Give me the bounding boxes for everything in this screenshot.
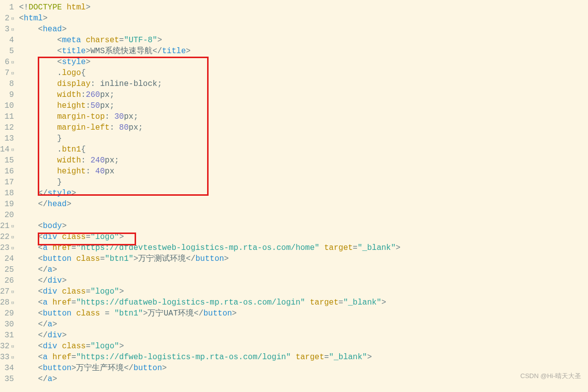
code-line[interactable]: <style> [19, 57, 588, 68]
code-editor-content[interactable]: <!DOCTYPE html><html> <head> <meta chars… [16, 0, 588, 385]
line-number: 28⊟ [0, 297, 14, 308]
line-number: 34 [0, 363, 14, 374]
code-line[interactable]: display: inline-block; [19, 78, 588, 89]
line-number: 14⊟ [0, 144, 14, 155]
fold-toggle-icon[interactable]: ⊟ [10, 243, 14, 254]
line-number: 23⊟ [0, 242, 14, 253]
code-line[interactable]: <div class="logo"> [19, 232, 588, 242]
line-number: 35 [0, 374, 14, 385]
code-line[interactable]: <a href="https://dfdevtestweb-logistics-… [19, 242, 588, 253]
code-line[interactable]: </head> [19, 199, 588, 210]
line-number: 18 [0, 188, 14, 199]
line-number: 6⊟ [0, 57, 14, 68]
line-number: 9 [0, 89, 14, 100]
line-number: 20 [0, 210, 14, 221]
code-line[interactable]: } [19, 177, 588, 188]
code-line[interactable]: .logo{ [19, 68, 588, 78]
line-number: 13 [0, 133, 14, 144]
code-line[interactable]: <div class="logo"> [19, 341, 588, 352]
fold-toggle-icon[interactable]: ⊟ [10, 221, 14, 232]
fold-toggle-icon[interactable]: ⊟ [10, 341, 14, 352]
watermark: CSDN @Hi-晴天大圣 [520, 371, 581, 382]
fold-toggle-icon[interactable]: ⊟ [10, 24, 14, 35]
code-line[interactable]: <title>WMS系统快速导航</title> [19, 46, 588, 57]
line-number: 4 [0, 35, 14, 46]
line-number: 12 [0, 122, 14, 133]
code-line[interactable]: width: 240px; [19, 155, 588, 166]
line-number: 15 [0, 155, 14, 166]
line-number: 1 [0, 2, 14, 13]
line-number: 5 [0, 46, 14, 57]
fold-toggle-icon[interactable]: ⊟ [10, 145, 14, 156]
code-line[interactable] [19, 210, 588, 221]
line-number: 10 [0, 100, 14, 111]
line-number: 32⊟ [0, 341, 14, 352]
line-number: 33⊟ [0, 352, 14, 363]
code-line[interactable]: </a> [19, 264, 588, 275]
code-line[interactable]: } [19, 133, 588, 144]
code-line[interactable]: height: 40px [19, 166, 588, 177]
line-number: 19 [0, 199, 14, 210]
fold-toggle-icon[interactable]: ⊟ [10, 298, 14, 309]
code-line[interactable]: <meta charset="UTF-8"> [19, 35, 588, 46]
fold-toggle-icon[interactable]: ⊟ [10, 232, 14, 243]
line-number: 2⊟ [0, 13, 14, 24]
line-number: 17 [0, 177, 14, 188]
code-line[interactable]: height:50px; [19, 100, 588, 111]
code-line[interactable]: <button class = "btn1">万宁UAT环境</button> [19, 308, 588, 319]
code-line[interactable]: </div> [19, 275, 588, 286]
line-number: 30 [0, 319, 14, 330]
line-number: 7⊟ [0, 68, 14, 78]
fold-toggle-icon[interactable]: ⊟ [10, 68, 14, 79]
code-line[interactable]: margin-top: 30px; [19, 111, 588, 122]
fold-toggle-icon[interactable]: ⊟ [10, 57, 14, 68]
line-number: 29 [0, 308, 14, 319]
line-number: 11 [0, 111, 14, 122]
code-line[interactable]: <!DOCTYPE html> [19, 2, 588, 13]
code-line[interactable]: </style> [19, 188, 588, 199]
code-line[interactable]: <button class="btn1">万宁测试环境</button> [19, 253, 588, 264]
line-number: 31 [0, 330, 14, 341]
line-number: 22⊟ [0, 232, 14, 242]
line-number: 3⊟ [0, 24, 14, 35]
line-number: 25 [0, 264, 14, 275]
line-number-gutter: 12⊟3⊟456⊟7⊟891011121314⊟15161718192021⊟2… [0, 0, 16, 385]
line-number: 16 [0, 166, 14, 177]
line-number: 21⊟ [0, 221, 14, 232]
code-line[interactable]: <head> [19, 24, 588, 35]
fold-toggle-icon[interactable]: ⊟ [10, 352, 14, 363]
code-line[interactable]: <html> [19, 13, 588, 24]
code-line[interactable]: margin-left: 80px; [19, 122, 588, 133]
fold-toggle-icon[interactable]: ⊟ [10, 287, 14, 298]
line-number: 26 [0, 275, 14, 286]
code-line[interactable]: </a> [19, 374, 588, 385]
code-line[interactable]: </div> [19, 330, 588, 341]
code-line[interactable]: .btn1{ [19, 144, 588, 155]
line-number: 27⊟ [0, 286, 14, 297]
code-line[interactable]: <body> [19, 221, 588, 232]
code-line[interactable]: <div class="logo"> [19, 286, 588, 297]
code-line[interactable]: width:260px; [19, 89, 588, 100]
line-number: 24 [0, 253, 14, 264]
code-line[interactable]: <a href="https://dfuatweb-logistics-mp.r… [19, 297, 588, 308]
code-line[interactable]: </a> [19, 319, 588, 330]
line-number: 8 [0, 78, 14, 89]
code-line[interactable]: <button>万宁生产环境</button> [19, 363, 588, 374]
fold-toggle-icon[interactable]: ⊟ [10, 13, 14, 24]
code-line[interactable]: <a href="https://dfweb-logistics-mp.rta-… [19, 352, 588, 363]
